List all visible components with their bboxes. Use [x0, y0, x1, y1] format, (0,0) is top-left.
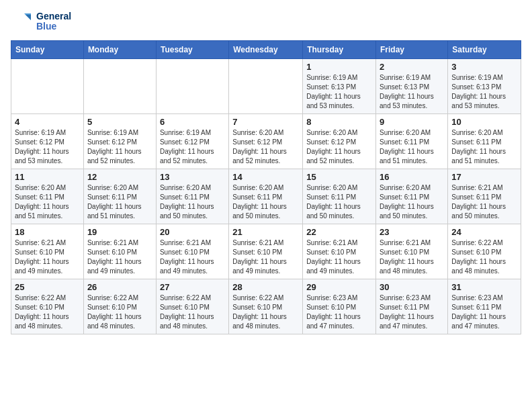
logo-svg: [11, 11, 32, 32]
day-number: 30: [380, 282, 444, 292]
week-row-4: 18Sunrise: 6:21 AM Sunset: 6:10 PM Dayli…: [11, 224, 521, 279]
day-info: Sunrise: 6:19 AM Sunset: 6:13 PM Dayligh…: [380, 73, 444, 111]
calendar-cell: 22Sunrise: 6:21 AM Sunset: 6:10 PM Dayli…: [303, 224, 376, 279]
calendar-cell: 24Sunrise: 6:22 AM Sunset: 6:10 PM Dayli…: [448, 224, 521, 279]
calendar-cell: 16Sunrise: 6:20 AM Sunset: 6:11 PM Dayli…: [376, 169, 448, 224]
day-number: 1: [306, 62, 372, 72]
week-row-1: 1Sunrise: 6:19 AM Sunset: 6:13 PM Daylig…: [11, 59, 521, 114]
day-number: 7: [232, 117, 299, 127]
calendar-cell: 9Sunrise: 6:20 AM Sunset: 6:11 PM Daylig…: [376, 114, 448, 169]
day-number: 26: [87, 282, 152, 292]
calendar-cell: 12Sunrise: 6:20 AM Sunset: 6:11 PM Dayli…: [83, 169, 156, 224]
day-number: 9: [380, 117, 444, 127]
day-info: Sunrise: 6:21 AM Sunset: 6:10 PM Dayligh…: [306, 238, 372, 276]
day-number: 22: [306, 227, 372, 237]
day-number: 20: [160, 227, 225, 237]
week-row-3: 11Sunrise: 6:20 AM Sunset: 6:11 PM Dayli…: [11, 169, 521, 224]
day-number: 18: [15, 227, 80, 237]
day-info: Sunrise: 6:20 AM Sunset: 6:11 PM Dayligh…: [232, 183, 299, 221]
logo: General Blue: [11, 11, 71, 32]
day-number: 6: [160, 117, 225, 127]
calendar-cell: 1Sunrise: 6:19 AM Sunset: 6:13 PM Daylig…: [303, 59, 376, 114]
day-number: 13: [160, 172, 225, 182]
day-number: 4: [15, 117, 80, 127]
calendar-cell: 15Sunrise: 6:20 AM Sunset: 6:11 PM Dayli…: [303, 169, 376, 224]
calendar-cell: 26Sunrise: 6:22 AM Sunset: 6:10 PM Dayli…: [83, 279, 156, 334]
day-number: 12: [87, 172, 152, 182]
day-number: 17: [451, 172, 517, 182]
weekday-header-sunday: Sunday: [11, 41, 84, 59]
day-number: 24: [451, 227, 517, 237]
week-row-5: 25Sunrise: 6:22 AM Sunset: 6:10 PM Dayli…: [11, 279, 521, 334]
calendar-cell: 29Sunrise: 6:23 AM Sunset: 6:10 PM Dayli…: [303, 279, 376, 334]
calendar-cell: 20Sunrise: 6:21 AM Sunset: 6:10 PM Dayli…: [156, 224, 228, 279]
day-info: Sunrise: 6:22 AM Sunset: 6:10 PM Dayligh…: [232, 293, 299, 331]
logo-general: General: [36, 11, 71, 21]
calendar-cell: 27Sunrise: 6:22 AM Sunset: 6:10 PM Dayli…: [156, 279, 228, 334]
day-info: Sunrise: 6:22 AM Sunset: 6:10 PM Dayligh…: [451, 238, 517, 276]
page-header: General Blue: [11, 11, 521, 32]
day-info: Sunrise: 6:21 AM Sunset: 6:10 PM Dayligh…: [380, 238, 444, 276]
day-number: 15: [306, 172, 372, 182]
calendar-cell: 14Sunrise: 6:20 AM Sunset: 6:11 PM Dayli…: [229, 169, 303, 224]
weekday-header-saturday: Saturday: [448, 41, 521, 59]
day-info: Sunrise: 6:22 AM Sunset: 6:10 PM Dayligh…: [87, 293, 152, 331]
calendar-cell: [11, 59, 84, 114]
calendar-cell: 4Sunrise: 6:19 AM Sunset: 6:12 PM Daylig…: [11, 114, 84, 169]
calendar-cell: [229, 59, 303, 114]
day-info: Sunrise: 6:23 AM Sunset: 6:10 PM Dayligh…: [306, 293, 372, 331]
calendar-cell: 21Sunrise: 6:21 AM Sunset: 6:10 PM Dayli…: [229, 224, 303, 279]
day-info: Sunrise: 6:20 AM Sunset: 6:11 PM Dayligh…: [380, 128, 444, 166]
day-info: Sunrise: 6:20 AM Sunset: 6:12 PM Dayligh…: [232, 128, 299, 166]
logo-text-block: General Blue: [11, 11, 71, 32]
day-info: Sunrise: 6:21 AM Sunset: 6:10 PM Dayligh…: [160, 238, 225, 276]
day-number: 2: [380, 62, 444, 72]
week-row-2: 4Sunrise: 6:19 AM Sunset: 6:12 PM Daylig…: [11, 114, 521, 169]
day-number: 11: [15, 172, 80, 182]
day-info: Sunrise: 6:19 AM Sunset: 6:13 PM Dayligh…: [306, 73, 372, 111]
day-number: 5: [87, 117, 152, 127]
day-number: 16: [380, 172, 444, 182]
day-number: 29: [306, 282, 372, 292]
day-info: Sunrise: 6:19 AM Sunset: 6:12 PM Dayligh…: [87, 128, 152, 166]
day-number: 23: [380, 227, 444, 237]
day-info: Sunrise: 6:20 AM Sunset: 6:11 PM Dayligh…: [87, 183, 152, 221]
day-info: Sunrise: 6:23 AM Sunset: 6:11 PM Dayligh…: [451, 293, 517, 331]
calendar-table: SundayMondayTuesdayWednesdayThursdayFrid…: [11, 40, 521, 334]
calendar-cell: 11Sunrise: 6:20 AM Sunset: 6:11 PM Dayli…: [11, 169, 84, 224]
calendar-cell: [156, 59, 228, 114]
day-info: Sunrise: 6:22 AM Sunset: 6:10 PM Dayligh…: [15, 293, 80, 331]
day-info: Sunrise: 6:23 AM Sunset: 6:11 PM Dayligh…: [380, 293, 444, 331]
calendar-cell: 19Sunrise: 6:21 AM Sunset: 6:10 PM Dayli…: [83, 224, 156, 279]
calendar-cell: 5Sunrise: 6:19 AM Sunset: 6:12 PM Daylig…: [83, 114, 156, 169]
calendar-cell: 3Sunrise: 6:19 AM Sunset: 6:13 PM Daylig…: [448, 59, 521, 114]
calendar-cell: 7Sunrise: 6:20 AM Sunset: 6:12 PM Daylig…: [229, 114, 303, 169]
day-info: Sunrise: 6:20 AM Sunset: 6:11 PM Dayligh…: [380, 183, 444, 221]
day-info: Sunrise: 6:21 AM Sunset: 6:10 PM Dayligh…: [232, 238, 299, 276]
day-info: Sunrise: 6:20 AM Sunset: 6:11 PM Dayligh…: [306, 183, 372, 221]
weekday-header-row: SundayMondayTuesdayWednesdayThursdayFrid…: [11, 41, 521, 59]
calendar-cell: 23Sunrise: 6:21 AM Sunset: 6:10 PM Dayli…: [376, 224, 448, 279]
weekday-header-friday: Friday: [376, 41, 448, 59]
calendar-cell: 13Sunrise: 6:20 AM Sunset: 6:11 PM Dayli…: [156, 169, 228, 224]
calendar-cell: 31Sunrise: 6:23 AM Sunset: 6:11 PM Dayli…: [448, 279, 521, 334]
day-info: Sunrise: 6:19 AM Sunset: 6:12 PM Dayligh…: [160, 128, 225, 166]
day-number: 10: [451, 117, 517, 127]
calendar-cell: 30Sunrise: 6:23 AM Sunset: 6:11 PM Dayli…: [376, 279, 448, 334]
weekday-header-thursday: Thursday: [303, 41, 376, 59]
day-info: Sunrise: 6:21 AM Sunset: 6:11 PM Dayligh…: [451, 183, 517, 221]
day-info: Sunrise: 6:20 AM Sunset: 6:11 PM Dayligh…: [15, 183, 80, 221]
day-info: Sunrise: 6:20 AM Sunset: 6:12 PM Dayligh…: [306, 128, 372, 166]
day-info: Sunrise: 6:20 AM Sunset: 6:11 PM Dayligh…: [451, 128, 517, 166]
day-number: 28: [232, 282, 299, 292]
day-number: 8: [306, 117, 372, 127]
calendar-cell: 10Sunrise: 6:20 AM Sunset: 6:11 PM Dayli…: [448, 114, 521, 169]
calendar-cell: 25Sunrise: 6:22 AM Sunset: 6:10 PM Dayli…: [11, 279, 84, 334]
day-info: Sunrise: 6:22 AM Sunset: 6:10 PM Dayligh…: [160, 293, 225, 331]
day-number: 21: [232, 227, 299, 237]
day-info: Sunrise: 6:21 AM Sunset: 6:10 PM Dayligh…: [87, 238, 152, 276]
calendar-cell: 8Sunrise: 6:20 AM Sunset: 6:12 PM Daylig…: [303, 114, 376, 169]
calendar-cell: 28Sunrise: 6:22 AM Sunset: 6:10 PM Dayli…: [229, 279, 303, 334]
weekday-header-monday: Monday: [83, 41, 156, 59]
logo-blue: Blue: [36, 21, 71, 32]
